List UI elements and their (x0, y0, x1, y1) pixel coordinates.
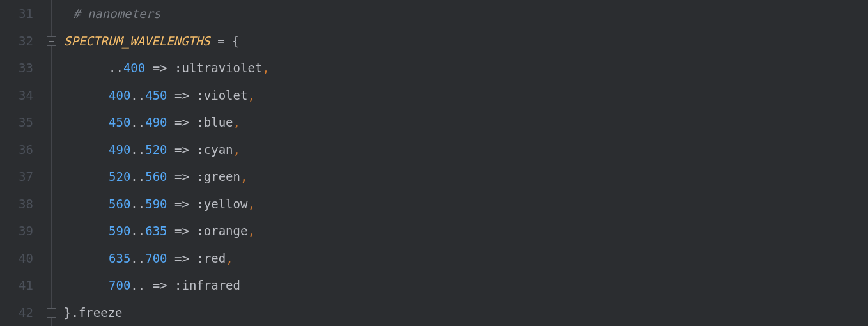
code-token: => (174, 245, 189, 272)
code-token (167, 245, 174, 272)
code-line[interactable]: 700.. => :infrared (64, 272, 868, 299)
fold-open-icon[interactable] (47, 36, 56, 46)
code-line[interactable]: # nanometers (64, 0, 868, 27)
code-token: = (217, 27, 224, 55)
code-token: yellow (204, 190, 248, 218)
code-token (189, 109, 196, 136)
code-token: .. (130, 272, 145, 299)
line-number: 33 (0, 54, 33, 82)
line-number: 34 (0, 82, 33, 109)
line-number: 41 (0, 272, 33, 299)
fold-guide-line (51, 0, 52, 326)
code-line[interactable]: 590..635 => :orange, (64, 217, 868, 245)
code-line[interactable]: 400..450 => :violet, (64, 82, 868, 109)
code-line[interactable]: }.freeze (64, 299, 868, 327)
code-token: 400 (109, 82, 130, 109)
code-token: => (174, 82, 189, 109)
code-token: # nanometers (73, 0, 160, 27)
code-area[interactable]: # nanometersSPECTRUM_WAVELENGTHS = {..40… (64, 0, 868, 326)
code-line[interactable]: ..400 => :ultraviolet, (64, 54, 868, 82)
code-token (167, 82, 174, 109)
code-token: 490 (145, 109, 167, 136)
code-token: , (262, 54, 269, 82)
code-token (189, 245, 196, 272)
line-number: 39 (0, 217, 33, 245)
code-token: , (233, 136, 240, 164)
line-number: 42 (0, 299, 33, 327)
code-line[interactable]: 520..560 => :green, (64, 163, 868, 190)
code-token: : (174, 54, 182, 82)
code-token: 590 (109, 217, 130, 245)
code-token: , (226, 245, 233, 272)
code-token: : (196, 190, 203, 218)
code-token: 590 (145, 190, 167, 218)
code-token: infrared (182, 272, 240, 299)
code-token: => (153, 54, 167, 82)
code-token: .. (130, 82, 145, 109)
line-number: 37 (0, 163, 33, 190)
code-token: => (174, 190, 189, 218)
code-token: .. (130, 245, 145, 272)
code-token: => (174, 136, 189, 164)
code-line[interactable]: 560..590 => :yellow, (64, 190, 868, 218)
code-token: : (174, 272, 182, 299)
code-token (189, 163, 196, 190)
code-token: red (204, 245, 226, 272)
code-token: : (196, 136, 203, 164)
code-token: 520 (145, 136, 167, 164)
code-token (167, 217, 174, 245)
line-number: 36 (0, 136, 33, 164)
code-token: 450 (109, 109, 130, 136)
code-token: orange (204, 217, 248, 245)
code-token: => (174, 217, 189, 245)
code-token (189, 190, 196, 218)
code-token (167, 272, 174, 299)
code-token (145, 272, 152, 299)
code-line[interactable]: 490..520 => :cyan, (64, 136, 868, 164)
line-number: 31 (0, 0, 33, 27)
code-token: 560 (109, 190, 130, 218)
code-token: , (247, 217, 254, 245)
code-token: , (233, 109, 240, 136)
code-token: => (153, 272, 167, 299)
code-token: => (174, 109, 189, 136)
code-token: 635 (145, 217, 167, 245)
code-token: .. (130, 136, 145, 164)
code-token: 400 (123, 54, 145, 82)
line-number: 32 (0, 27, 33, 55)
code-token (145, 54, 152, 82)
code-token: : (196, 217, 203, 245)
code-token (167, 190, 174, 218)
line-number: 40 (0, 245, 33, 272)
code-token (167, 136, 174, 164)
code-token: 700 (145, 245, 167, 272)
code-token: 635 (109, 245, 130, 272)
code-token: green (204, 163, 240, 190)
code-token: } (64, 299, 71, 327)
code-token: : (196, 109, 203, 136)
code-token: blue (204, 109, 233, 136)
code-token: : (196, 245, 203, 272)
code-token: SPECTRUM_WAVELENGTHS (64, 27, 210, 55)
code-line[interactable]: 635..700 => :red, (64, 245, 868, 272)
code-token: .. (130, 163, 145, 190)
code-token: .. (130, 109, 145, 136)
code-token: { (232, 27, 239, 55)
code-token: : (196, 163, 203, 190)
code-token (167, 109, 174, 136)
code-token: ultraviolet (182, 54, 262, 82)
code-token (167, 54, 174, 82)
code-token: , (247, 82, 254, 109)
code-line[interactable]: 450..490 => :blue, (64, 109, 868, 136)
code-token: .. (109, 54, 123, 82)
code-token: cyan (204, 136, 233, 164)
code-line[interactable]: SPECTRUM_WAVELENGTHS = { (64, 27, 868, 55)
code-token: 520 (109, 163, 130, 190)
code-token (189, 82, 196, 109)
code-token: 490 (109, 136, 130, 164)
code-token (167, 163, 174, 190)
code-token: 450 (145, 82, 167, 109)
fold-close-icon[interactable] (47, 308, 56, 318)
code-token: .. (130, 217, 145, 245)
code-token: , (247, 190, 254, 218)
